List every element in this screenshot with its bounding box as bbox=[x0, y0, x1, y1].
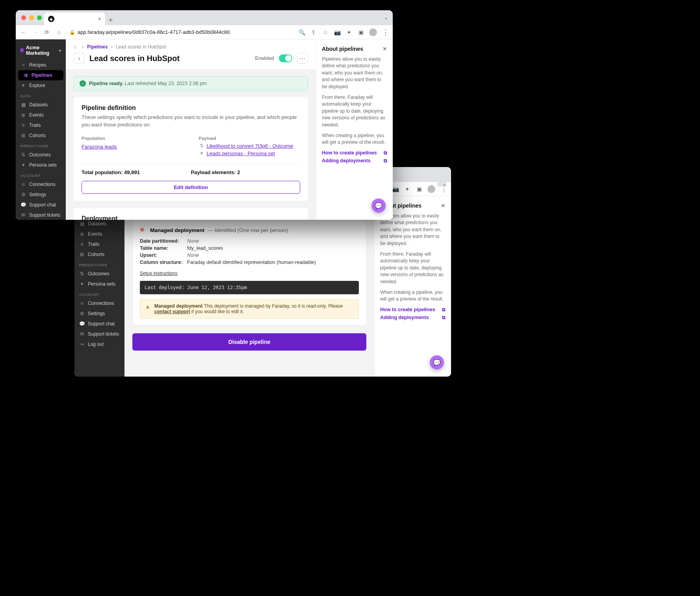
sidebar-item-label: Persona sets bbox=[29, 162, 57, 168]
warning-title: Managed deployment bbox=[154, 303, 203, 309]
help-link[interactable]: How to create pipelines⧉ bbox=[380, 307, 446, 312]
events-icon: ≣ bbox=[79, 231, 85, 237]
window-zoom-icon[interactable] bbox=[37, 15, 42, 20]
close-tab-icon[interactable]: × bbox=[98, 16, 101, 22]
disable-pipeline-button[interactable]: Disable pipeline bbox=[132, 333, 366, 351]
sidebar-item-cohorts[interactable]: ⊞Cohorts bbox=[74, 249, 124, 260]
breadcrumb-root[interactable]: Pipelines bbox=[87, 44, 108, 50]
help-link[interactable]: Adding deployments⧉ bbox=[322, 158, 387, 163]
panel-icon[interactable]: ▣ bbox=[416, 186, 423, 192]
sidebar-item-label: Cohorts bbox=[88, 252, 104, 257]
home-icon[interactable]: ⌂ bbox=[74, 44, 79, 50]
close-icon[interactable]: ✕ bbox=[382, 46, 387, 52]
sidebar-item-persona[interactable]: ✦Persona sets bbox=[74, 279, 124, 289]
cohorts-icon: ⊞ bbox=[79, 252, 85, 257]
new-tab-button[interactable]: ＋ bbox=[105, 14, 116, 25]
setup-instructions-link[interactable]: Setup instructions bbox=[140, 271, 177, 276]
sidebar-item-explore[interactable]: ✶Explore bbox=[16, 80, 66, 91]
chevron-down-icon[interactable]: ⌄ bbox=[438, 172, 446, 187]
external-link-icon: ⧉ bbox=[384, 150, 387, 156]
sidebar-item-support-chat[interactable]: 💬Support chat bbox=[74, 319, 124, 329]
sidebar-item-settings[interactable]: ⚙Settings bbox=[74, 308, 124, 319]
panel-icon[interactable]: ▣ bbox=[357, 29, 364, 35]
traits-icon: ≡ bbox=[79, 241, 85, 247]
sidebar-item-label: Events bbox=[29, 112, 44, 118]
help-panel: About pipelines✕ Pipelines allow you to … bbox=[316, 39, 393, 220]
profile-avatar-icon[interactable] bbox=[427, 185, 435, 193]
sidebar-item-cohorts[interactable]: ⊞Cohorts bbox=[16, 130, 66, 141]
connections-icon: ⎋ bbox=[20, 182, 26, 187]
zoom-icon[interactable]: 🔍 bbox=[298, 29, 305, 35]
kv-value: None bbox=[187, 238, 199, 244]
pipeline-definition-card: Pipeline definition These settings speci… bbox=[74, 97, 308, 201]
sidebar-item-events[interactable]: ≣Events bbox=[74, 229, 124, 239]
back-icon[interactable]: ← bbox=[20, 29, 27, 35]
connections-icon: ⎋ bbox=[79, 301, 85, 306]
help-text: Pipelines allow you to easily define wha… bbox=[322, 56, 387, 90]
sidebar-item-connections[interactable]: ⎋Connections bbox=[74, 298, 124, 308]
sidebar-item-outcomes[interactable]: ⇅Outcomes bbox=[16, 150, 66, 160]
kv-value: None bbox=[187, 253, 199, 258]
payload-link[interactable]: Likelihood to convert 7t3p6 - Outcome bbox=[207, 143, 293, 149]
home-icon[interactable]: ⌂ bbox=[55, 29, 62, 35]
more-actions-button[interactable]: ⋯ bbox=[297, 53, 308, 64]
contact-support-link[interactable]: contact support bbox=[154, 309, 190, 314]
chat-fab[interactable]: 💬 bbox=[371, 199, 386, 213]
browser-tab[interactable]: ◆ × bbox=[44, 13, 105, 25]
share-icon[interactable]: ⇪ bbox=[310, 29, 317, 35]
sidebar-item-label: Outcomes bbox=[29, 152, 51, 158]
sidebar-item-label: Support chat bbox=[88, 321, 115, 327]
sidebar-item-logout[interactable]: ↪Log out bbox=[74, 339, 124, 349]
sidebar-item-events[interactable]: ≣Events bbox=[16, 110, 66, 120]
chat-fab[interactable]: 💬 bbox=[430, 355, 444, 369]
puzzle-icon[interactable]: ✦ bbox=[345, 29, 353, 35]
gear-icon: ⚙ bbox=[20, 192, 26, 197]
alert-refreshed: Last refreshed May 23, 2023 2:36 pm bbox=[125, 81, 207, 86]
workspace-name: Acme Marketing bbox=[26, 45, 57, 56]
sidebar-item-connections[interactable]: ⎋Connections bbox=[16, 179, 66, 189]
last-deployed-code: Last deployed: June 12, 2023 12:35pm bbox=[140, 281, 359, 294]
puzzle-icon[interactable]: ✦ bbox=[404, 186, 411, 192]
sidebar-item-traits[interactable]: ≡Traits bbox=[74, 239, 124, 249]
edit-definition-button[interactable]: Edit definition bbox=[82, 181, 300, 194]
omnibox[interactable]: 🔒 app.faraday.ai/pipelines/0d837c0a-86c1… bbox=[67, 29, 293, 35]
help-link[interactable]: How to create pipelines⧉ bbox=[322, 150, 387, 156]
kebab-icon[interactable]: ⋮ bbox=[382, 28, 389, 37]
sidebar-item-recipes[interactable]: ✧Recipes bbox=[16, 60, 66, 70]
external-link-icon: ⧉ bbox=[442, 315, 446, 320]
window-minimize-icon[interactable] bbox=[29, 15, 34, 20]
sidebar-item-label: Cohorts bbox=[29, 133, 46, 138]
camera-icon[interactable]: 📷 bbox=[334, 29, 341, 35]
reload-icon[interactable]: ⟳ bbox=[43, 29, 50, 35]
sidebar-item-datasets[interactable]: ▦Datasets bbox=[74, 219, 124, 229]
profile-avatar-icon[interactable] bbox=[369, 28, 377, 36]
back-button[interactable]: ‹ bbox=[74, 53, 85, 64]
star-icon[interactable]: ☆ bbox=[322, 29, 329, 35]
sidebar-item-pipelines[interactable]: ⇉Pipelines bbox=[18, 70, 63, 80]
workspace-switcher[interactable]: Acme Marketing ▾ bbox=[16, 43, 66, 60]
enabled-toggle[interactable] bbox=[279, 54, 292, 62]
sidebar-item-label: Pipelines bbox=[32, 72, 52, 78]
payload-link[interactable]: Leads personas - Persona set bbox=[207, 150, 275, 156]
close-icon[interactable]: ✕ bbox=[441, 202, 446, 209]
camera-icon[interactable]: 📷 bbox=[392, 186, 399, 192]
window-close-icon[interactable] bbox=[21, 15, 26, 20]
help-text: From there, Faraday will automatically k… bbox=[380, 251, 446, 285]
sidebar-item-support-tickets[interactable]: ✉Support tickets bbox=[16, 210, 66, 220]
sidebar-item-persona[interactable]: ✦Persona sets bbox=[16, 160, 66, 170]
traits-icon: ≡ bbox=[20, 123, 26, 128]
population-link[interactable]: Farazona leads bbox=[82, 144, 117, 150]
sidebar-item-traits[interactable]: ≡Traits bbox=[16, 120, 66, 130]
sidebar-item-support-chat[interactable]: 💬Support chat bbox=[16, 200, 66, 210]
chevron-down-icon[interactable]: ⌄ bbox=[384, 15, 388, 20]
sidebar-item-datasets[interactable]: ▦Datasets bbox=[16, 100, 66, 110]
url-text: app.faraday.ai/pipelines/0d837c0a-86c1-4… bbox=[78, 29, 230, 35]
sidebar-section: DATA bbox=[16, 91, 66, 100]
sidebar-item-outcomes[interactable]: ⇅Outcomes bbox=[74, 269, 124, 279]
help-link[interactable]: Adding deployments⧉ bbox=[380, 315, 446, 320]
help-title: About pipelines bbox=[322, 46, 363, 52]
payload-label: Payload bbox=[199, 136, 301, 141]
sidebar-item-settings[interactable]: ⚙Settings bbox=[16, 189, 66, 200]
sidebar-item-label: Datasets bbox=[29, 102, 48, 108]
sidebar-item-support-tickets[interactable]: ✉Support tickets bbox=[74, 329, 124, 339]
